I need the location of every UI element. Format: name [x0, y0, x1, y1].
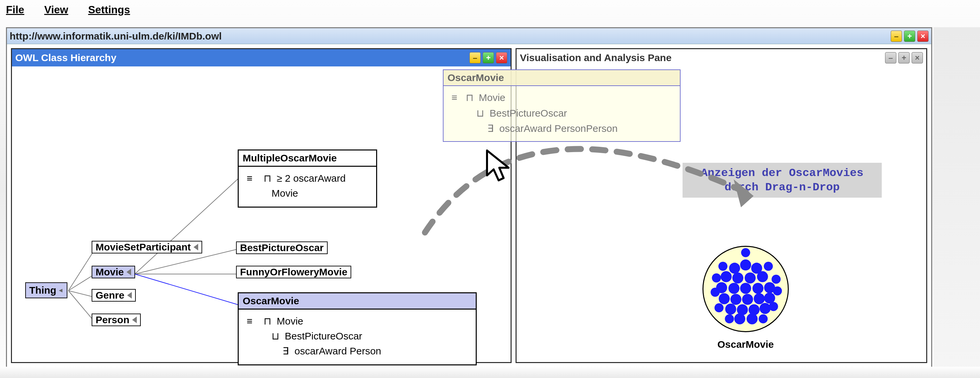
- close-button[interactable]: ×: [917, 30, 929, 42]
- titlebar: http://www.informatik.uni-ulm.de/ki/IMDb…: [7, 28, 931, 44]
- node-label: MovieSetParticipant: [95, 241, 191, 253]
- expand-icon[interactable]: [194, 244, 198, 250]
- left-minimize-button[interactable]: –: [469, 52, 481, 64]
- node-funnyorflowerymovie[interactable]: FunnyOrFloweryMovie: [236, 266, 351, 278]
- node-moviesetparticipant[interactable]: MovieSetParticipant: [92, 241, 202, 254]
- svg-line-0: [68, 249, 95, 291]
- node-label: Genre: [95, 290, 124, 301]
- intersect-sym: ⊓: [264, 316, 271, 327]
- svg-point-33: [764, 262, 773, 271]
- expand-icon[interactable]: [132, 317, 137, 323]
- left-pane: OWL Class Hierarchy – + ×: [11, 48, 512, 363]
- intersect-sym: ⊓: [264, 173, 271, 184]
- ghost-head: OscarMovie: [444, 70, 680, 86]
- right-minimize-button[interactable]: –: [885, 52, 896, 64]
- defbox-body: ≡ ⊓ ≥ 2 oscarAward Movie: [239, 167, 376, 207]
- cluster-label: OscarMovie: [702, 339, 789, 350]
- collapse-icon[interactable]: ◄: [58, 287, 64, 294]
- left-pane-body[interactable]: Thing ◄ MovieSetParticipant Movie Genre …: [12, 67, 511, 362]
- cursor-icon: [485, 149, 515, 185]
- left-pane-title: OWL Class Hierarchy – + ×: [12, 49, 511, 67]
- defbox-body: ≡ ⊓ Movie ⊔ BestPictureOscar ∃ oscarAwar…: [239, 309, 476, 364]
- svg-line-7: [135, 274, 241, 306]
- svg-point-38: [714, 303, 723, 312]
- svg-point-17: [740, 283, 751, 293]
- svg-point-24: [764, 293, 775, 304]
- equiv-sym: ≡: [452, 92, 457, 103]
- node-movie[interactable]: Movie: [92, 266, 135, 278]
- window-title: http://www.informatik.uni-ulm.de/ki/IMDb…: [10, 30, 222, 42]
- defbox-head: MultipleOscarMovie: [239, 150, 376, 167]
- defbox-head: OscarMovie: [239, 293, 476, 309]
- svg-point-21: [730, 294, 741, 305]
- svg-point-18: [752, 283, 764, 293]
- bottom-bar: [0, 367, 980, 378]
- node-thing[interactable]: Thing ◄: [25, 282, 67, 298]
- node-genre[interactable]: Genre: [92, 289, 136, 301]
- right-close-button[interactable]: ×: [912, 52, 923, 64]
- node-label: FunnyOrFloweryMovie: [240, 266, 347, 278]
- node-person[interactable]: Person: [92, 314, 141, 326]
- expand-icon[interactable]: [127, 292, 132, 298]
- oscarmovie-cluster[interactable]: [702, 246, 789, 332]
- svg-point-16: [729, 283, 739, 293]
- svg-point-34: [712, 273, 721, 282]
- union-sym: ⊔: [272, 330, 279, 341]
- left-close-button[interactable]: ×: [496, 52, 507, 64]
- menubar: File View Settings: [0, 0, 980, 19]
- def-line: oscarAward Person: [294, 345, 381, 356]
- maximize-button[interactable]: +: [904, 30, 915, 42]
- node-bestpictureoscar[interactable]: BestPictureOscar: [236, 241, 328, 254]
- annotation: Anzeigen der OscarMovies durch Drag-n-Dr…: [682, 163, 882, 198]
- ghost-line: Movie: [479, 92, 505, 103]
- svg-marker-43: [487, 150, 509, 180]
- equiv-sym: ≡: [247, 173, 253, 184]
- menu-settings[interactable]: Settings: [88, 4, 130, 16]
- node-thing-label: Thing: [29, 285, 56, 296]
- ghost-body: ≡ ⊓ Movie ⊔ BestPictureOscar ∃ oscarAwar…: [444, 86, 680, 141]
- ghost-line: oscarAward PersonPerson: [499, 123, 617, 134]
- svg-point-32: [718, 262, 727, 271]
- svg-line-4: [135, 176, 241, 274]
- svg-point-31: [741, 248, 750, 257]
- svg-point-37: [773, 286, 782, 295]
- right-maximize-button[interactable]: +: [898, 52, 910, 64]
- svg-line-1: [68, 274, 95, 291]
- right-gutter: [934, 27, 980, 367]
- svg-point-20: [719, 293, 730, 304]
- svg-point-30: [747, 313, 757, 324]
- def-line: Movie: [277, 316, 304, 327]
- minimize-button[interactable]: –: [891, 30, 902, 42]
- equiv-sym: ≡: [247, 316, 253, 327]
- svg-point-11: [721, 271, 732, 282]
- intersect-sym: ⊓: [466, 92, 473, 103]
- node-label: Movie: [95, 266, 124, 278]
- svg-point-23: [754, 293, 765, 304]
- node-label: Person: [95, 314, 129, 325]
- svg-point-12: [732, 273, 743, 283]
- defbox-multipleoscarmovie[interactable]: MultipleOscarMovie ≡ ⊓ ≥ 2 oscarAward Mo…: [238, 150, 377, 207]
- left-maximize-button[interactable]: +: [483, 52, 494, 64]
- svg-point-36: [710, 288, 719, 297]
- def-line: Movie: [272, 188, 298, 199]
- drag-ghost: OscarMovie ≡ ⊓ Movie ⊔ BestPictureOscar …: [443, 69, 681, 142]
- left-pane-title-text: OWL Class Hierarchy: [15, 52, 116, 64]
- expand-icon[interactable]: [126, 269, 131, 275]
- svg-point-41: [759, 314, 768, 323]
- exists-sym: ∃: [283, 345, 289, 356]
- svg-point-22: [742, 294, 753, 305]
- svg-line-3: [68, 291, 95, 322]
- ghost-line: BestPictureOscar: [490, 108, 567, 119]
- exists-sym: ∃: [487, 123, 494, 134]
- svg-point-9: [729, 263, 740, 274]
- def-line: ≥ 2 oscarAward: [277, 173, 346, 184]
- defbox-oscarmovie[interactable]: OscarMovie ≡ ⊓ Movie ⊔ BestPictureOscar …: [238, 292, 477, 365]
- svg-point-14: [757, 271, 768, 282]
- svg-point-40: [725, 314, 734, 323]
- right-pane-title-text: Visualisation and Analysis Pane: [520, 52, 671, 64]
- menu-file[interactable]: File: [6, 4, 24, 16]
- right-pane-title: Visualisation and Analysis Pane – + ×: [517, 49, 926, 67]
- svg-point-27: [749, 304, 760, 315]
- menu-view[interactable]: View: [44, 4, 68, 16]
- annotation-line: Anzeigen der OscarMovies: [701, 167, 864, 179]
